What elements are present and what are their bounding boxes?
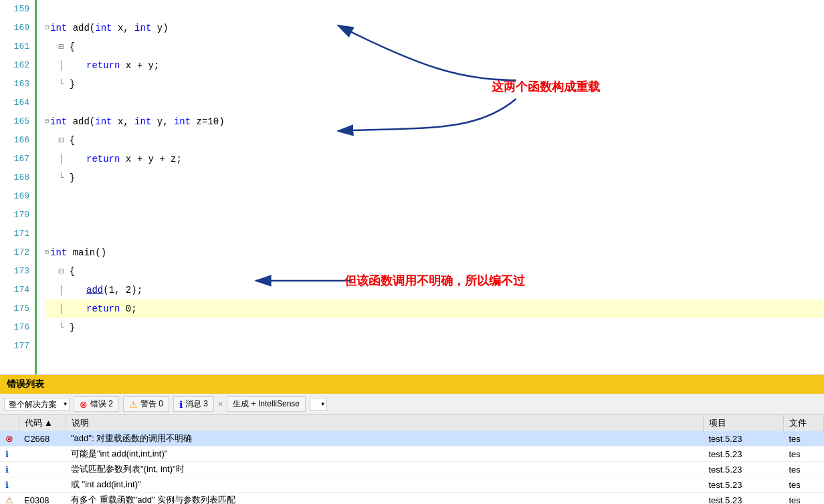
row-file-cell: tes [784, 462, 824, 477]
collapse-btn-160[interactable]: ⊟ [45, 19, 49, 37]
warn-filter-btn[interactable]: ⚠ 警告 0 [123, 396, 169, 412]
code-line-163: └ } [45, 75, 824, 94]
build-scope-select[interactable] [310, 398, 327, 411]
row-code-cell [19, 462, 66, 477]
code-line-159 [45, 0, 824, 19]
row-file-cell: tes [784, 477, 824, 493]
error-filter-btn[interactable]: ⊗ 错误 2 [74, 396, 119, 412]
row-project-cell: test.5.23 [704, 493, 784, 505]
col-header-icon [0, 415, 19, 431]
row-icon-cell: ℹ [0, 477, 19, 493]
col-header-code[interactable]: 代码 ▲ [19, 415, 66, 431]
row-file-cell: tes [784, 431, 824, 447]
table-row[interactable]: ℹ 或 "int add(int,int)" test.5.23 tes [0, 477, 824, 493]
row-icon-cell: ℹ [0, 447, 19, 462]
info-btn-label: 消息 3 [185, 398, 208, 410]
error-panel-title: 错误列表 [0, 375, 824, 394]
annotation-overload: 这两个函数构成重载 [492, 79, 600, 95]
row-file-cell: tes [784, 493, 824, 505]
row-project-cell: test.5.23 [704, 477, 784, 493]
warn-row-icon: ⚠ [5, 495, 13, 505]
scope-select-wrap[interactable]: 整个解决方案 [4, 398, 70, 411]
row-code-cell [19, 447, 66, 462]
warn-icon: ⚠ [129, 399, 138, 410]
table-row[interactable]: ⚠ E0308 有多个 重载函数"add" 实例与参数列表匹配 test.5.2… [0, 493, 824, 505]
build-scope-wrap[interactable] [310, 398, 327, 411]
code-line-161: ⊟ { [45, 37, 824, 56]
error-table: 代码 ▲ 说明 项目 文件 ⊗ C2668 "add": 对重载函数的调用不明确… [0, 415, 824, 504]
code-line-167: │ return x + y + z; [45, 150, 824, 168]
col-header-file[interactable]: 文件 [784, 415, 824, 431]
code-content[interactable]: ⊟ int add(int x, int y) ⊟ { │ return x +… [37, 0, 824, 374]
row-code-cell [19, 477, 66, 493]
code-line-166: ⊟ { [45, 131, 824, 150]
code-line-175: │ return 0; [45, 299, 824, 318]
code-line-176: └ } [45, 318, 824, 337]
code-line-172: ⊟ int main() [45, 243, 824, 262]
error-btn-label: 错误 2 [90, 398, 113, 410]
table-row[interactable]: ℹ 尝试匹配参数列表"(int, int)"时 test.5.23 tes [0, 462, 824, 477]
collapse-btn-165[interactable]: ⊟ [45, 112, 49, 131]
code-line-177 [45, 337, 824, 356]
row-code-cell: C2668 [19, 431, 66, 447]
row-desc-cell: 尝试匹配参数列表"(int, int)"时 [66, 462, 704, 477]
row-project-cell: test.5.23 [704, 447, 784, 462]
row-desc-cell: 或 "int add(int,int)" [66, 477, 704, 493]
row-project-cell: test.5.23 [704, 431, 784, 447]
build-btn-label: 生成 + IntelliSense [233, 398, 300, 410]
row-icon-cell: ℹ [0, 462, 19, 477]
row-code-cell: E0308 [19, 493, 66, 505]
error-panel: 错误列表 整个解决方案 ⊗ 错误 2 ⚠ 警告 0 ℹ 消息 3 ✕ 生成 + … [0, 374, 824, 504]
code-line-171 [45, 225, 824, 243]
line-numbers: 159 160 161 162 163 164 165 166 167 168 … [0, 0, 37, 374]
error-panel-title-text: 错误列表 [7, 378, 44, 390]
info-icon: ℹ [179, 399, 183, 410]
error-toolbar: 整个解决方案 ⊗ 错误 2 ⚠ 警告 0 ℹ 消息 3 ✕ 生成 + Intel… [0, 394, 824, 415]
row-icon-cell: ⚠ [0, 493, 19, 505]
scope-select[interactable]: 整个解决方案 [4, 398, 70, 411]
error-icon: ⊗ [80, 399, 88, 410]
row-project-cell: test.5.23 [704, 462, 784, 477]
annotation-ambiguous: 但该函数调用不明确，所以编不过 [344, 273, 525, 289]
code-line-164 [45, 94, 824, 112]
warn-btn-label: 警告 0 [140, 398, 163, 410]
code-line-162: │ return x + y; [45, 56, 824, 75]
filter-separator: ✕ [218, 399, 223, 409]
row-desc-cell: 有多个 重载函数"add" 实例与参数列表匹配 [66, 493, 704, 505]
col-header-project[interactable]: 项目 [704, 415, 784, 431]
row-icon-cell: ⊗ [0, 431, 19, 447]
code-line-169 [45, 187, 824, 206]
error-row-icon: ⊗ [5, 433, 13, 444]
info-row-icon: ℹ [5, 480, 9, 490]
table-row[interactable]: ℹ 可能是"int add(int,int,int)" test.5.23 te… [0, 447, 824, 462]
row-desc-cell: "add": 对重载函数的调用不明确 [66, 431, 704, 447]
code-line-170 [45, 206, 824, 225]
code-line-160: ⊟ int add(int x, int y) [45, 19, 824, 37]
build-intellisense-btn[interactable]: 生成 + IntelliSense [227, 396, 306, 412]
collapse-btn-172[interactable]: ⊟ [45, 243, 49, 262]
row-file-cell: tes [784, 447, 824, 462]
editor-area: 159 160 161 162 163 164 165 166 167 168 … [0, 0, 824, 374]
table-row[interactable]: ⊗ C2668 "add": 对重载函数的调用不明确 test.5.23 tes [0, 431, 824, 447]
row-desc-cell: 可能是"int add(int,int,int)" [66, 447, 704, 462]
code-line-165: ⊟ int add(int x, int y, int z=10) [45, 112, 824, 131]
col-header-desc[interactable]: 说明 [66, 415, 704, 431]
info-row-icon: ℹ [5, 449, 9, 459]
info-filter-btn[interactable]: ℹ 消息 3 [173, 396, 214, 412]
info-row-icon: ℹ [5, 465, 9, 475]
code-line-168: └ } [45, 168, 824, 187]
